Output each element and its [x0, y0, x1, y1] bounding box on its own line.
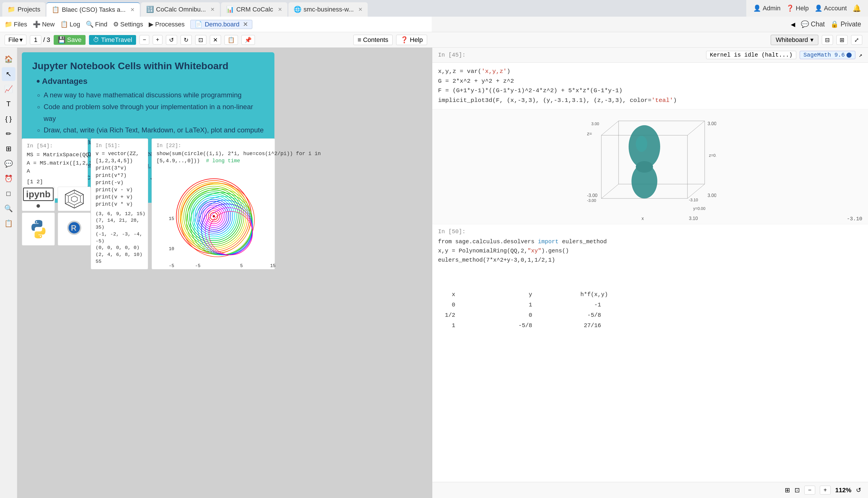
sidebar-draw-icon[interactable]: ✏	[2, 127, 15, 141]
python-logo	[22, 212, 55, 246]
sidebar-home-icon[interactable]: 🏠	[2, 52, 15, 66]
sidebar-frame-icon[interactable]: □	[2, 187, 15, 200]
svg-line-54	[688, 184, 705, 198]
fullscreen-icon[interactable]: ⤢	[851, 35, 862, 45]
svg-text:3.10: 3.10	[689, 216, 698, 221]
svg-text:-3.00: -3.00	[587, 193, 598, 198]
timetravel-button[interactable]: ⏱ TimeTravel	[89, 35, 136, 45]
fit-width-icon[interactable]: ⊡	[795, 486, 800, 494]
help-button[interactable]: ❓ Help	[396, 35, 427, 45]
save-button[interactable]: 💾 Save	[54, 35, 85, 45]
sagemath-badge[interactable]: SageMath 9.6	[800, 51, 855, 59]
tab-label: smc-business-w...	[304, 6, 354, 13]
account-button[interactable]: 👤 Account	[815, 4, 847, 12]
collapse-left-button[interactable]: ◀	[791, 21, 795, 28]
sidebar-cursor-icon[interactable]: ↖	[2, 67, 15, 81]
browser-tab-projects[interactable]: 📁 Projects	[2, 2, 45, 17]
svg-line-42	[80, 194, 83, 196]
grid-view-icon[interactable]: ⊞	[785, 486, 790, 494]
forward-button[interactable]: ↻	[180, 35, 192, 45]
svg-line-53	[601, 184, 619, 198]
find-button[interactable]: 🔍 Find	[86, 21, 107, 28]
svg-point-74	[636, 136, 647, 152]
page-total: 3	[47, 36, 50, 44]
tab-close-icon[interactable]: ✕	[358, 6, 363, 13]
notification-bell[interactable]: 🔔	[853, 4, 861, 12]
tab-favicon: 📋	[52, 6, 59, 13]
browser-tab-cocalc[interactable]: 🔢 CoCalc Omnibu... ✕	[141, 2, 220, 17]
svg-text:-5: -5	[195, 263, 201, 268]
cell-22-label: In [22]:	[157, 143, 270, 148]
code-cell-51[interactable]: In [51]: v = vector(ZZ, [1,2,3,4,5]) pri…	[91, 139, 148, 270]
sidebar-chat-icon[interactable]: 💬	[2, 157, 15, 171]
account-icon: 👤	[815, 4, 822, 12]
sidebar-text-icon[interactable]: T	[2, 97, 15, 111]
cell-50-code: from sage.calculus.desolvers import eule…	[438, 237, 862, 265]
browser-tab-blaec[interactable]: 📋 Blaec (CSO) Tasks a... ✕	[46, 2, 139, 17]
log-button[interactable]: 📋 Log	[60, 21, 80, 28]
code-cell-22[interactable]: In [22]: show(sum(circle((i,i), 2*i, hue…	[151, 139, 275, 270]
cell-50-label: In [50]:	[438, 228, 862, 235]
page-input[interactable]: 1	[30, 35, 41, 44]
sidebar-chart-icon[interactable]: 📈	[2, 82, 15, 96]
paste-button[interactable]: 📌	[241, 35, 255, 45]
files-button[interactable]: 📁 Files	[4, 21, 27, 28]
kernel-status[interactable]: Kernel is idle (halt...)	[706, 51, 796, 59]
cell-45-code-section[interactable]: x,y,z = var('x,y,z') G = 2*x^2 + y^2 + z…	[432, 63, 868, 109]
reset-zoom-icon[interactable]: ↺	[856, 486, 861, 494]
help-button[interactable]: ❓ Help	[786, 4, 809, 12]
layout-icon-2[interactable]: ⊞	[837, 35, 847, 45]
file-dropdown[interactable]: File ▾	[4, 35, 26, 45]
chat-button[interactable]: 💬 Chat	[801, 21, 825, 28]
timetravel-icon: ⏱	[93, 36, 99, 44]
tab-label: Projects	[17, 6, 40, 13]
layout-icon-1[interactable]: ⊟	[822, 35, 833, 45]
sidebar-search-icon[interactable]: 🔍	[2, 201, 15, 215]
tab-favicon: 📊	[226, 6, 234, 13]
browser-tab-crm[interactable]: 📊 CRM CoCalc ✕	[221, 2, 287, 17]
account-label: Account	[824, 4, 847, 12]
find-icon: 🔍	[86, 21, 94, 28]
split-button[interactable]: ✕	[210, 35, 221, 45]
redo-button[interactable]: +	[153, 35, 162, 44]
svg-text:R: R	[71, 224, 76, 232]
sidebar-code-icon[interactable]: { }	[2, 112, 15, 126]
external-link-icon[interactable]: ↗	[859, 51, 862, 58]
demo-board-tab[interactable]: 📄 Demo.board ✕	[190, 20, 252, 29]
new-button[interactable]: ➕ New	[33, 21, 55, 28]
sidebar-grid-icon[interactable]: ⊞	[2, 142, 15, 156]
svg-text:15: 15	[169, 216, 174, 221]
zoom-plus-button[interactable]: +	[820, 486, 831, 495]
processes-icon: ▶	[149, 21, 153, 28]
copy-button[interactable]: 📋	[225, 35, 238, 45]
admin-button[interactable]: 👤 Admin	[753, 4, 781, 12]
tab-close-icon[interactable]: ✕	[278, 6, 282, 13]
whiteboard-dropdown[interactable]: Whiteboard ▾	[771, 35, 818, 45]
settings-button[interactable]: ⚙ Settings	[113, 21, 143, 28]
tab-label: CoCalc Omnibu...	[156, 6, 206, 13]
zoom-minus-button[interactable]: −	[804, 486, 815, 495]
tab-close-icon[interactable]: ✕	[211, 6, 215, 13]
main-canvas[interactable]: Jupyter Notebook Cells within Whiteboard…	[17, 48, 432, 498]
fit-button[interactable]: ⊡	[195, 35, 206, 45]
help-label: Help	[796, 4, 809, 12]
private-button[interactable]: 🔒 Private	[830, 21, 861, 28]
sidebar-clock-icon[interactable]: ⏰	[2, 172, 15, 185]
whiteboard-label: Whiteboard	[776, 36, 808, 44]
cell-45-code: x,y,z = var('x,y,z') G = 2*x^2 + y^2 + z…	[438, 67, 862, 105]
svg-text:y=0.00: y=0.00	[693, 206, 706, 211]
demo-close-icon[interactable]: ✕	[243, 21, 248, 28]
tab-close-icon[interactable]: ✕	[130, 6, 135, 13]
undo-button[interactable]: −	[139, 35, 149, 44]
files-icon: 📁	[4, 21, 12, 28]
sidebar-list-icon[interactable]: 📋	[2, 217, 15, 230]
svg-text:z=: z=	[587, 131, 592, 136]
cell-54-code: MS = MatrixSpace(QQ, 2) A = MS.matrix([1…	[27, 151, 83, 175]
ipynb-logo: ipynb ●	[22, 187, 55, 211]
cell-50-section[interactable]: In [50]: from sage.calculus.desolvers im…	[432, 224, 868, 482]
contents-button[interactable]: ≡ Contents	[353, 35, 393, 45]
log-icon: 📋	[60, 21, 68, 28]
refresh-button[interactable]: ↺	[166, 35, 177, 45]
browser-tab-smc[interactable]: 🌐 smc-business-w... ✕	[288, 2, 368, 17]
processes-button[interactable]: ▶ Processes	[149, 21, 185, 28]
